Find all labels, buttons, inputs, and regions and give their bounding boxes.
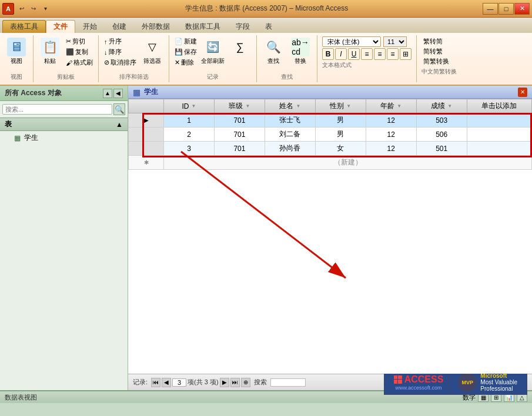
nav-search-area: 🔍	[0, 101, 128, 118]
prev-record-button[interactable]: ◀	[162, 378, 171, 387]
grid-button[interactable]: ⊞	[400, 48, 411, 60]
sort-asc-button[interactable]: ↑ 升序	[102, 36, 138, 46]
tab-file[interactable]: 文件	[46, 20, 75, 33]
underline-button[interactable]: U	[348, 48, 360, 60]
convert-button[interactable]: 简繁转换	[421, 56, 459, 66]
trad-to-simp-button[interactable]: 繁转简	[421, 36, 459, 46]
cell-age-3[interactable]: 12	[366, 142, 416, 156]
window-title: 学生信息 : 数据库 (Access 2007) – Microsoft Acc…	[51, 4, 483, 14]
cell-id-1[interactable]: 1	[164, 113, 215, 128]
col-header-name[interactable]: 姓名 ▼	[265, 99, 315, 113]
align-center-button[interactable]: ≡	[374, 48, 386, 60]
table-close-button[interactable]: ✕	[518, 88, 527, 97]
tab-db-tools[interactable]: 数据库工具	[178, 20, 228, 33]
table-row[interactable]: 3 701 孙尚香 女 12 501	[129, 142, 532, 156]
datasheet[interactable]: ID ▼ 班级 ▼ 姓名	[128, 99, 532, 374]
format-painter-button[interactable]: 🖌 格式刷	[64, 58, 95, 68]
row-selector-header	[129, 99, 164, 113]
cell-id-3[interactable]: 3	[164, 142, 215, 156]
maximize-button[interactable]: □	[498, 3, 514, 15]
col-name-sort-icon[interactable]: ▼	[296, 103, 300, 109]
cell-score-3[interactable]: 501	[416, 142, 467, 156]
cell-age-2[interactable]: 12	[366, 128, 416, 142]
col-age-sort-icon[interactable]: ▼	[397, 103, 401, 109]
tab-table[interactable]: 表	[257, 20, 280, 33]
close-button[interactable]: ✕	[514, 3, 530, 15]
refresh-button[interactable]: 🔄 全部刷新	[200, 36, 226, 66]
align-left-button[interactable]: ≡	[361, 48, 373, 60]
view-button[interactable]: 🖥 视图	[4, 36, 29, 66]
sum-button[interactable]: ∑	[227, 36, 253, 59]
redo-button[interactable]: ↪	[28, 4, 39, 14]
col-score-sort-icon[interactable]: ▼	[447, 103, 452, 109]
cell-age-1[interactable]: 12	[366, 113, 416, 128]
delete-button[interactable]: ✕ 删除	[173, 58, 199, 68]
cell-class-3[interactable]: 701	[214, 142, 265, 156]
cell-gender-3[interactable]: 女	[315, 142, 366, 156]
last-record-button[interactable]: ⏭	[230, 378, 240, 387]
ribbon-tabs-bar: 表格工具 文件 开始 创建 外部数据 数据库工具 字段 表	[0, 18, 532, 33]
col-header-gender[interactable]: 性别 ▼	[315, 99, 366, 113]
table-row[interactable]: 2 701 刘二备 男 12 506	[129, 128, 532, 142]
table-row[interactable]: ▶ 1 701 张士飞 男 12 503	[129, 113, 532, 128]
minimize-button[interactable]: —	[483, 3, 498, 15]
nav-search-button[interactable]: 🔍	[113, 103, 125, 115]
cell-class-1[interactable]: 701	[214, 113, 265, 128]
font-family-select[interactable]: 宋体 (主体)	[322, 36, 381, 47]
nav-collapse-button[interactable]: ▲	[103, 89, 112, 98]
simp-to-trad-button[interactable]: 简转繁	[421, 46, 459, 56]
new-record-button[interactable]: 📄 新建	[173, 36, 199, 46]
tab-table-tools[interactable]: 表格工具	[2, 20, 46, 33]
col-gender-sort-icon[interactable]: ▼	[346, 103, 351, 109]
tab-create[interactable]: 创建	[105, 20, 134, 33]
cancel-sort-button[interactable]: ⊘ 取消排序	[102, 58, 138, 68]
nav-search-input[interactable]	[2, 104, 112, 115]
new-record-row[interactable]: ✱ （新建）	[129, 156, 532, 170]
col-header-add[interactable]: 单击以添加	[467, 99, 531, 113]
paste-button[interactable]: 📋 粘贴	[37, 36, 63, 66]
find-button[interactable]: 🔍 查找	[260, 36, 286, 66]
tab-home[interactable]: 开始	[75, 20, 105, 33]
cell-gender-1[interactable]: 男	[315, 113, 366, 128]
new-record-nav-button[interactable]: ⊕	[241, 378, 250, 387]
col-class-sort-icon[interactable]: ▼	[245, 103, 250, 109]
cell-name-2[interactable]: 刘二备	[265, 128, 315, 142]
tab-external-data[interactable]: 外部数据	[134, 20, 178, 33]
col-header-score[interactable]: 成绩 ▼	[416, 99, 467, 113]
access-watermark: ACCESS www.accessoft.com	[389, 373, 449, 392]
cell-class-2[interactable]: 701	[214, 128, 265, 142]
copy-button[interactable]: ⬛ 复制	[64, 47, 95, 57]
nav-section-tables[interactable]: 表 ▲	[0, 118, 128, 131]
font-size-select[interactable]: 11	[383, 36, 407, 47]
cell-name-3[interactable]: 孙尚香	[265, 142, 315, 156]
ribbon-group-clipboard: 📋 粘贴 ✂ 剪切 ⬛ 复制 🖌 格式刷 剪贴板	[34, 35, 99, 82]
cell-score-2[interactable]: 506	[416, 128, 467, 142]
bold-button[interactable]: B	[322, 48, 334, 60]
col-header-class[interactable]: 班级 ▼	[214, 99, 265, 113]
nav-item-student[interactable]: ▦ 学生	[0, 131, 128, 145]
align-right-button[interactable]: ≡	[387, 48, 399, 60]
first-record-button[interactable]: ⏮	[151, 378, 160, 387]
cell-gender-2[interactable]: 男	[315, 128, 366, 142]
logo-sq-tl	[394, 375, 398, 380]
cut-button[interactable]: ✂ 剪切	[64, 36, 95, 46]
cell-score-1[interactable]: 503	[416, 113, 467, 128]
italic-button[interactable]: I	[335, 48, 347, 60]
nav-expand-button[interactable]: ◀	[113, 89, 123, 98]
col-header-age[interactable]: 年龄 ▼	[366, 99, 416, 113]
save-button[interactable]: 💾 保存	[173, 47, 199, 57]
next-record-button[interactable]: ▶	[220, 378, 229, 387]
logo-sq-tr	[398, 375, 402, 380]
col-id-sort-icon[interactable]: ▼	[192, 103, 196, 109]
record-number-input[interactable]	[172, 378, 186, 387]
record-search-input[interactable]	[270, 378, 306, 387]
undo-button[interactable]: ↩	[16, 4, 27, 14]
col-header-id[interactable]: ID ▼	[164, 99, 215, 113]
filter-button[interactable]: ▽ 筛选器	[139, 36, 165, 66]
replace-button[interactable]: ab→cd 替换	[287, 36, 313, 66]
cell-id-2[interactable]: 2	[164, 128, 215, 142]
sort-desc-button[interactable]: ↓ 降序	[102, 47, 138, 57]
qat-dropdown-button[interactable]: ▾	[40, 4, 51, 14]
tab-fields[interactable]: 字段	[228, 20, 257, 33]
cell-name-1[interactable]: 张士飞	[265, 113, 315, 128]
